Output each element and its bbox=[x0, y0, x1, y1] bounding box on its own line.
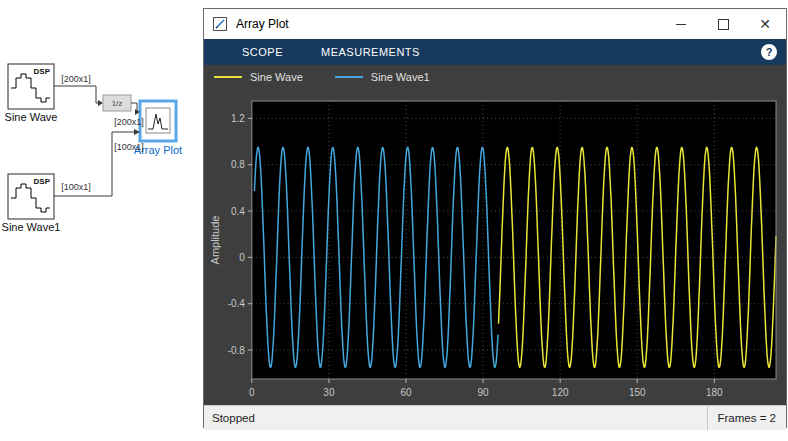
legend-bar: Sine Wave Sine Wave1 bbox=[204, 65, 786, 89]
maximize-button[interactable] bbox=[702, 9, 744, 39]
plot-panel: 0306090120150180-0.8-0.400.40.81.2Amplit… bbox=[204, 89, 786, 405]
tick-label-y: -0.4 bbox=[228, 298, 246, 309]
tick-label-x: 90 bbox=[478, 387, 490, 398]
tick-label-x: 150 bbox=[629, 387, 646, 398]
tick-label-x: 30 bbox=[323, 387, 335, 398]
signal-label: [100x1] bbox=[61, 182, 91, 192]
wire-sine-to-delay[interactable] bbox=[54, 86, 98, 103]
legend-line-yellow-icon bbox=[214, 76, 242, 78]
maximize-icon bbox=[718, 19, 729, 30]
block-delay[interactable]: 1/z bbox=[103, 95, 131, 111]
array-plot-window: Array Plot ✕ SCOPE MEASUREMENTS ? Sine W… bbox=[203, 8, 787, 428]
tick-label-y: -0.8 bbox=[228, 345, 246, 356]
simulink-diagram: DSP Sine Wave DSP Sine Wave1 1/z Array P… bbox=[0, 0, 203, 441]
help-button[interactable]: ? bbox=[761, 44, 777, 60]
block-sine-wave1[interactable]: DSP bbox=[8, 174, 54, 219]
toolstrip: SCOPE MEASUREMENTS ? bbox=[204, 39, 786, 65]
tick-label-x: 60 bbox=[400, 387, 412, 398]
status-text: Stopped bbox=[204, 412, 707, 424]
tick-label-x: 180 bbox=[706, 387, 723, 398]
tick-label-y: 0 bbox=[239, 252, 245, 263]
signal-label: [100x1] bbox=[114, 142, 144, 152]
dsp-tag: DSP bbox=[34, 67, 51, 76]
legend-line-blue-icon bbox=[335, 76, 363, 78]
tick-label-y: 1.2 bbox=[231, 113, 245, 124]
legend-label: Sine Wave1 bbox=[371, 71, 430, 83]
close-button[interactable]: ✕ bbox=[744, 9, 786, 39]
signal-label: [200x1] bbox=[114, 117, 144, 127]
tick-label-x: 120 bbox=[552, 387, 569, 398]
tick-label-y: 0.4 bbox=[231, 206, 245, 217]
legend-item-sine-wave1[interactable]: Sine Wave1 bbox=[335, 71, 430, 83]
window-title: Array Plot bbox=[236, 17, 660, 31]
status-bar: Stopped Frames = 2 bbox=[204, 405, 786, 430]
titlebar: Array Plot ✕ bbox=[204, 9, 786, 39]
delay-label: 1/z bbox=[112, 99, 123, 108]
block-label-sine-wave1: Sine Wave1 bbox=[2, 221, 61, 233]
block-label-sine-wave: Sine Wave bbox=[5, 111, 58, 123]
minimize-icon bbox=[676, 24, 686, 25]
dsp-tag: DSP bbox=[34, 177, 51, 186]
tick-label-y: 0.8 bbox=[231, 159, 245, 170]
minimize-button[interactable] bbox=[660, 9, 702, 39]
frames-indicator: Frames = 2 bbox=[707, 406, 786, 430]
block-array-plot[interactable] bbox=[140, 101, 176, 141]
legend-item-sine-wave[interactable]: Sine Wave bbox=[214, 71, 303, 83]
arrowhead bbox=[98, 100, 103, 106]
block-sine-wave[interactable]: DSP bbox=[8, 64, 54, 109]
tick-label-x: 0 bbox=[249, 387, 255, 398]
tab-scope[interactable]: SCOPE bbox=[230, 39, 295, 65]
signal-label: [200x1] bbox=[61, 74, 91, 84]
tab-measurements[interactable]: MEASUREMENTS bbox=[309, 39, 432, 65]
legend-label: Sine Wave bbox=[250, 71, 303, 83]
array-plot-window-icon bbox=[212, 16, 228, 32]
y-axis-label: Amplitude bbox=[209, 216, 221, 265]
plot-svg[interactable]: 0306090120150180-0.8-0.400.40.81.2Amplit… bbox=[204, 89, 786, 405]
